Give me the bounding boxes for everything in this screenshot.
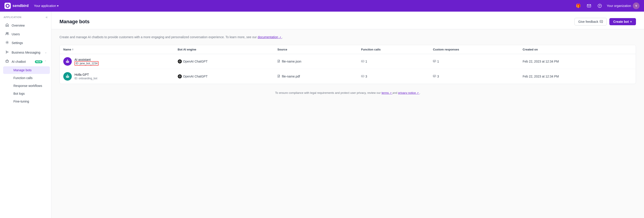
ai-chatbot-label: AI chatbot (12, 60, 33, 63)
sidebar-item-response-workflows[interactable]: Response workflows (3, 82, 50, 90)
user-avatar: Y (633, 2, 640, 9)
bot2-name: Holla GPT (74, 73, 97, 76)
openai-icon (178, 59, 182, 63)
bot1-source: file-name.json (282, 60, 301, 63)
svg-point-1 (6, 5, 9, 7)
bot2-function-calls-cell: 3 (358, 69, 429, 84)
svg-rect-19 (278, 60, 280, 62)
function-calls-icon (361, 60, 364, 63)
ai-chatbot-chevron: ˅ (45, 60, 46, 63)
bot1-name-cell: AI assistant ID: jane_bot_1234 (60, 54, 174, 69)
privacy-link[interactable]: privacy notice ↗ (398, 91, 420, 94)
bot2-name-cell: Holla GPT ID: onboarding_bot (60, 69, 174, 84)
table-row[interactable]: AI assistant ID: jane_bot_1234 (60, 54, 636, 69)
sidebar-item-fine-tuning[interactable]: Fine-tuning (3, 98, 50, 105)
svg-point-16 (68, 61, 68, 62)
col-header-source: Source (274, 45, 357, 54)
sidebar-item-overview[interactable]: Overview (1, 21, 50, 30)
sidebar-item-response-workflows-label: Response workflows (14, 84, 42, 88)
svg-point-7 (7, 42, 8, 43)
topnav-icons: 🎁 ? Your organization Y (575, 2, 640, 9)
function-calls-icon-2 (361, 75, 364, 78)
mail-button[interactable] (586, 2, 592, 9)
home-icon (5, 23, 10, 28)
main-content: Manage bots Give feedback Create bot + (52, 12, 644, 218)
sidebar-section-label: APPLICATION (4, 16, 22, 18)
bots-table: Name ⇕ Bot AI engine Source (60, 45, 636, 84)
brand-name: sendbird (12, 3, 28, 8)
footer-note: To ensure compliance with legal requirem… (60, 91, 636, 94)
svg-rect-28 (361, 75, 364, 77)
sidebar-item-bot-logs[interactable]: Bot logs (3, 90, 50, 97)
terms-external-icon: ↗ (390, 92, 392, 94)
sidebar-item-manage-bots[interactable]: Manage bots (3, 66, 50, 74)
bot1-name-text: AI assistant ID: jane_bot_1234 (74, 58, 98, 65)
give-feedback-button[interactable]: Give feedback (574, 18, 607, 25)
page-description: Create and manage AI chatbots to provide… (60, 35, 636, 39)
table-row[interactable]: Holla GPT ID: onboarding_bot (60, 69, 636, 84)
col-header-name[interactable]: Name ⇕ (60, 45, 174, 54)
sidebar-item-overview-label: Overview (12, 24, 24, 27)
bot1-created-on: Feb 22, 2023 at 12:34 PM (519, 54, 636, 69)
help-button[interactable]: ? (596, 2, 603, 9)
settings-icon (5, 41, 10, 45)
bot2-source: file-name.pdf (282, 75, 300, 78)
page-content: Create and manage AI chatbots to provide… (52, 29, 644, 218)
bot2-source-cell: file-name.pdf (274, 69, 357, 84)
gift-button[interactable]: 🎁 (575, 2, 582, 9)
external-link-icon: ↗ (279, 36, 281, 39)
col-header-function-calls: Function calls (358, 45, 429, 54)
custom-responses-icon-2 (433, 75, 436, 78)
sidebar-item-users-label: Users (12, 32, 20, 36)
feedback-icon (600, 20, 603, 23)
bot1-function-calls-cell: 1 (358, 54, 429, 69)
bot2-created-on: Feb 22, 2023 at 12:34 PM (519, 69, 636, 84)
create-bot-plus-icon: + (630, 20, 632, 23)
svg-rect-22 (66, 76, 69, 78)
business-messaging-label: Business Messaging (12, 51, 43, 54)
sidebar-item-settings[interactable]: Settings (1, 39, 50, 47)
privacy-external-icon: ↗ (416, 92, 418, 94)
footer-text: To ensure compliance with legal requirem… (275, 91, 380, 94)
svg-point-12 (7, 59, 8, 60)
bot2-engine: OpenAI ChatGPT (183, 75, 208, 78)
col-header-custom-responses: Custom responses (429, 45, 519, 54)
org-selector[interactable]: Your organization Y (607, 2, 640, 9)
app-selector[interactable]: Your application ▾ (32, 3, 60, 8)
svg-point-25 (67, 74, 68, 75)
bot1-name: AI assistant (74, 58, 98, 61)
svg-marker-8 (6, 51, 8, 53)
documentation-link[interactable]: documentation ↗ (258, 35, 282, 39)
business-messaging-chevron: › (46, 51, 46, 54)
bot2-custom-responses: 3 (437, 75, 439, 78)
sidebar-item-users[interactable]: Users (1, 30, 50, 38)
footer-suffix: . (420, 91, 420, 94)
app-selector-chevron: ▾ (57, 4, 58, 7)
documentation-link-text: documentation (258, 35, 278, 39)
sidebar-group-ai-chatbot[interactable]: AI chatbot NEW ˅ (1, 57, 50, 66)
file-icon (277, 60, 280, 63)
bot1-engine-cell: OpenAI ChatGPT (174, 54, 274, 69)
col-header-engine: Bot AI engine (174, 45, 274, 54)
svg-point-15 (67, 61, 67, 62)
bot2-id: ID: onboarding_bot (74, 77, 97, 80)
sidebar-group-business-messaging[interactable]: Business Messaging › (1, 48, 50, 57)
bot2-function-calls: 3 (366, 75, 367, 78)
col-header-created-on: Created on (519, 45, 636, 54)
create-bot-button[interactable]: Create bot + (609, 18, 636, 25)
svg-rect-9 (6, 60, 8, 62)
give-feedback-label: Give feedback (578, 20, 598, 23)
page-title: Manage bots (60, 19, 90, 24)
org-name: Your organization (607, 4, 631, 7)
page-header: Manage bots Give feedback Create bot + (52, 12, 644, 29)
bots-table-wrapper: Name ⇕ Bot AI engine Source (60, 45, 636, 84)
bot1-source-cell: file-name.json (274, 54, 357, 69)
create-bot-label: Create bot (613, 20, 629, 23)
app-selector-label: Your application (34, 4, 56, 7)
sidebar-collapse-button[interactable]: « (46, 15, 48, 19)
openai-icon-2 (178, 74, 182, 78)
svg-rect-13 (600, 20, 603, 22)
terms-link[interactable]: terms ↗ (382, 91, 392, 94)
privacy-link-text: privacy notice (398, 91, 416, 94)
sidebar-item-function-calls[interactable]: Function calls (3, 74, 50, 82)
